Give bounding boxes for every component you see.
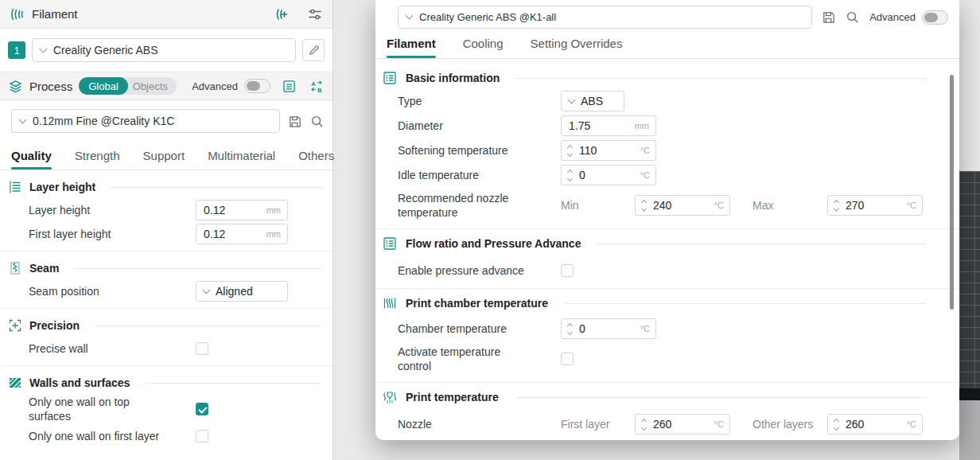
compare-presets-icon[interactable]: A B xyxy=(309,79,325,94)
process-header: Process Global Objects Advanced A B xyxy=(0,72,332,100)
nozzle-min-input[interactable]: 240 °C xyxy=(635,195,730,216)
tab-setting-overrides[interactable]: Setting Overrides xyxy=(531,37,623,58)
scope-objects[interactable]: Objects xyxy=(128,80,177,92)
type-select[interactable]: ABS xyxy=(561,91,624,111)
field-label: Idle temperature xyxy=(398,168,561,182)
one-wall-first-layer-checkbox[interactable] xyxy=(196,430,208,442)
dialog-body: Basic information Type ABS Diameter 1.75… xyxy=(375,59,959,440)
softening-temperature-input[interactable]: 110 °C xyxy=(561,140,656,161)
settings-sidebar: Filament 1 Creality Generic ABS xyxy=(0,0,333,460)
unit-label: mm xyxy=(266,229,287,239)
chevron-down-icon xyxy=(203,286,211,294)
section-title: Print temperature xyxy=(406,391,499,403)
field-label: Activate temperature control xyxy=(398,345,525,373)
row-first-layer-height: First layer height 0.12 mm xyxy=(0,222,332,246)
chevron-down-icon xyxy=(568,96,576,103)
unit-label: °C xyxy=(714,201,729,210)
field-label: Type xyxy=(398,94,561,108)
field-label: Diameter xyxy=(398,119,561,133)
section-title: Print chamber temperature xyxy=(406,297,548,310)
enable-pressure-advance-checkbox[interactable] xyxy=(561,264,574,277)
chevron-down-icon xyxy=(40,45,48,53)
dialog-advanced-toggle[interactable] xyxy=(922,10,948,25)
first-layer-height-input[interactable]: 0.12 mm xyxy=(196,224,288,244)
scope-toggle[interactable]: Global Objects xyxy=(79,77,177,95)
section-walls: Walls and surfaces Only one wall on top … xyxy=(0,365,332,453)
section-title: Seam xyxy=(29,262,59,275)
process-tabs: Quality Strength Support Multimaterial O… xyxy=(0,141,332,170)
activate-temperature-control-checkbox[interactable] xyxy=(561,353,574,365)
tab-filament[interactable]: Filament xyxy=(387,37,436,58)
edit-filament-button[interactable] xyxy=(302,39,325,61)
section-title: Basic information xyxy=(406,72,500,84)
spinner-arrows[interactable] xyxy=(828,419,844,430)
spinner-arrows[interactable] xyxy=(562,324,578,334)
layer-height-input[interactable]: 0.12 mm xyxy=(196,200,288,220)
chevron-down-icon xyxy=(19,115,27,123)
chamber-temperature-input[interactable]: 0 °C xyxy=(561,318,656,339)
one-wall-top-checkbox[interactable] xyxy=(196,403,208,415)
field-label: Seam position xyxy=(29,284,196,298)
tab-cooling[interactable]: Cooling xyxy=(463,37,504,58)
add-filament-icon[interactable] xyxy=(274,6,290,22)
field-label: Precise wall xyxy=(29,341,196,356)
tab-support[interactable]: Support xyxy=(143,149,185,170)
nozzle-max-input[interactable]: 270 °C xyxy=(827,195,923,216)
section-flow-ratio: Flow ratio and Pressure Advance Enable p… xyxy=(375,228,959,288)
flow-ratio-icon xyxy=(383,236,397,251)
tab-others[interactable]: Others xyxy=(298,149,334,170)
dialog-scrollbar[interactable] xyxy=(950,75,954,310)
tab-quality[interactable]: Quality xyxy=(11,149,52,170)
dialog-preset-select[interactable]: Creality Generic ABS @K1-all xyxy=(398,6,812,29)
filament-preset-select[interactable]: Creality Generic ABS xyxy=(32,38,296,62)
row-diameter: Diameter 1.75 mm xyxy=(398,114,959,138)
process-icon xyxy=(8,79,23,94)
save-filament-icon[interactable] xyxy=(821,10,836,25)
search-setting-icon[interactable] xyxy=(845,10,860,25)
process-preset-value: 0.12mm Fine @Creality K1C xyxy=(33,115,174,127)
unit-label: mm xyxy=(266,205,287,215)
chevron-down-icon xyxy=(406,12,414,20)
dialog-advanced-label: Advanced xyxy=(869,11,916,23)
build-plate xyxy=(959,171,980,388)
tab-strength[interactable]: Strength xyxy=(75,149,120,170)
field-label: Chamber temperature xyxy=(398,322,561,336)
unit-label: °C xyxy=(714,419,729,429)
spinner-arrows[interactable] xyxy=(636,419,651,430)
section-basic-information: Basic information Type ABS Diameter 1.75… xyxy=(375,64,959,228)
dialog-preset-value: Creality Generic ABS @K1-all xyxy=(419,11,556,23)
seam-position-select[interactable]: Aligned xyxy=(196,281,288,302)
section-print-temperature: Print temperature Nozzle First layer 260… xyxy=(375,382,959,440)
section-seam: Seam Seam position Aligned xyxy=(0,251,332,308)
spinner-arrows[interactable] xyxy=(828,201,844,211)
scope-global[interactable]: Global xyxy=(79,77,128,95)
spinner-arrows[interactable] xyxy=(562,146,578,156)
nozzle-other-layers-input[interactable]: 260 °C xyxy=(827,414,923,435)
filament-settings-icon[interactable] xyxy=(307,6,323,22)
precise-wall-checkbox[interactable] xyxy=(196,342,208,355)
unit-label: °C xyxy=(907,419,922,429)
spinner-arrows[interactable] xyxy=(636,201,651,211)
other-layers-label: Other layers xyxy=(752,418,827,431)
idle-temperature-input[interactable]: 0 °C xyxy=(561,165,656,185)
process-advanced-toggle[interactable] xyxy=(244,79,270,93)
row-layer-height: Layer height 0.12 mm xyxy=(0,198,332,222)
diameter-input[interactable]: 1.75 mm xyxy=(561,115,656,136)
basic-information-icon xyxy=(383,71,397,85)
spinner-arrows[interactable] xyxy=(562,170,578,181)
preset-list-icon[interactable] xyxy=(282,79,297,94)
field-label: Enable pressure advance xyxy=(398,263,561,278)
search-preset-icon[interactable] xyxy=(309,114,325,129)
row-idle-temperature: Idle temperature 0 °C xyxy=(398,163,959,187)
process-preset-select[interactable]: 0.12mm Fine @Creality K1C xyxy=(11,109,280,133)
filament-icon xyxy=(10,6,25,22)
save-preset-icon[interactable] xyxy=(287,114,302,129)
field-label: Only one wall on top surfaces xyxy=(29,395,154,423)
section-title: Precision xyxy=(29,319,80,332)
tab-multimaterial[interactable]: Multimaterial xyxy=(208,149,275,170)
filament-slot-badge[interactable]: 1 xyxy=(8,41,25,59)
chamber-temperature-icon xyxy=(383,296,397,310)
build-plate-edge xyxy=(959,388,980,400)
filament-settings-dialog: Creality Generic ABS @K1-all Advanced Fi… xyxy=(375,0,959,440)
nozzle-first-layer-input[interactable]: 260 °C xyxy=(635,414,730,435)
